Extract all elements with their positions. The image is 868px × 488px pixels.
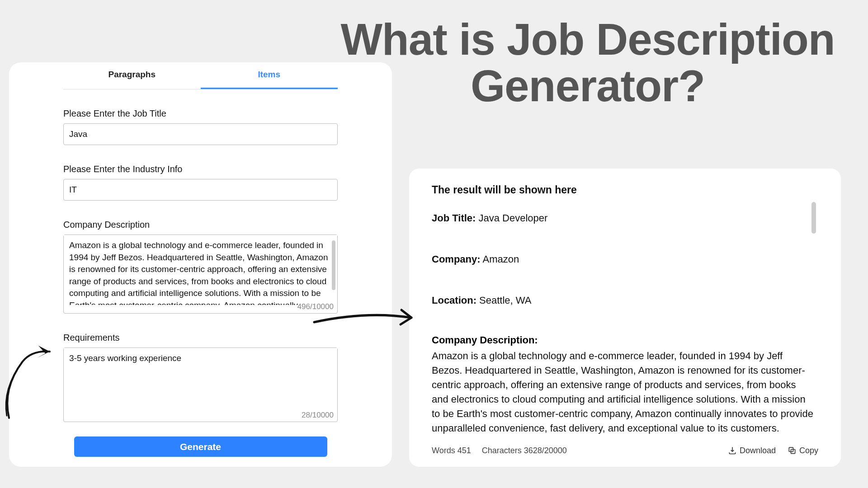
form-card: Paragraphs Items Please Enter the Job Ti…: [9, 62, 392, 467]
result-job-title: Job Title: Java Developer: [432, 211, 814, 225]
tab-items[interactable]: Items: [201, 62, 338, 89]
footer-actions: Download Copy: [728, 446, 818, 455]
result-job-title-label: Job Title:: [432, 212, 476, 224]
chars-stat: Characters 3628/20000: [482, 446, 567, 455]
result-body: The result will be shown here Job Title:…: [432, 184, 818, 440]
tabs: Paragraphs Items: [63, 62, 338, 89]
result-location-label: Location:: [432, 295, 476, 306]
job-title-group: Please Enter the Job Title: [63, 108, 338, 145]
result-heading: The result will be shown here: [432, 184, 814, 196]
result-footer: Words 451 Characters 3628/20000 Download…: [432, 440, 818, 456]
page-headline: What is Job Description Generator?: [326, 16, 850, 109]
result-scrollbar-thumb[interactable]: [811, 202, 816, 234]
generate-button[interactable]: Generate: [74, 436, 327, 457]
job-title-input[interactable]: [63, 123, 338, 145]
company-char-count: 496/10000: [297, 302, 334, 311]
result-desc-text: Amazon is a global technology and e-comm…: [432, 349, 814, 435]
result-location: Location: Seattle, WA: [432, 294, 814, 308]
result-company-desc: Company Description: Amazon is a global …: [432, 334, 814, 435]
tab-paragraphs[interactable]: Paragraphs: [63, 62, 201, 89]
result-company-label: Company:: [432, 253, 481, 265]
industry-label: Please Enter the Industry Info: [63, 164, 338, 174]
result-location-value: Seattle, WA: [476, 295, 531, 306]
result-company-value: Amazon: [481, 253, 519, 265]
job-title-label: Please Enter the Job Title: [63, 108, 338, 119]
download-icon: [728, 446, 737, 455]
download-button[interactable]: Download: [728, 446, 776, 455]
download-label: Download: [740, 446, 776, 455]
requirements-group: Requirements 28/10000: [63, 333, 338, 422]
company-desc-wrap: 496/10000: [63, 235, 338, 314]
copy-button[interactable]: Copy: [788, 446, 818, 455]
result-job-title-value: Java Developer: [476, 212, 547, 224]
industry-group: Please Enter the Industry Info: [63, 164, 338, 201]
scrollbar-thumb[interactable]: [332, 240, 335, 290]
requirements-label: Requirements: [63, 333, 338, 343]
result-desc-label: Company Description:: [432, 334, 814, 346]
industry-input[interactable]: [63, 179, 338, 201]
copy-label: Copy: [799, 446, 818, 455]
requirements-char-count: 28/10000: [302, 411, 334, 420]
requirements-wrap: 28/10000: [63, 347, 338, 422]
result-company: Company: Amazon: [432, 253, 814, 267]
company-desc-group: Company Description 496/10000: [63, 220, 338, 314]
requirements-input[interactable]: [64, 348, 337, 409]
result-card: The result will be shown here Job Title:…: [409, 169, 841, 467]
words-stat: Words 451: [432, 446, 471, 455]
company-desc-input[interactable]: [64, 235, 337, 305]
company-desc-label: Company Description: [63, 220, 338, 230]
copy-icon: [788, 446, 797, 455]
